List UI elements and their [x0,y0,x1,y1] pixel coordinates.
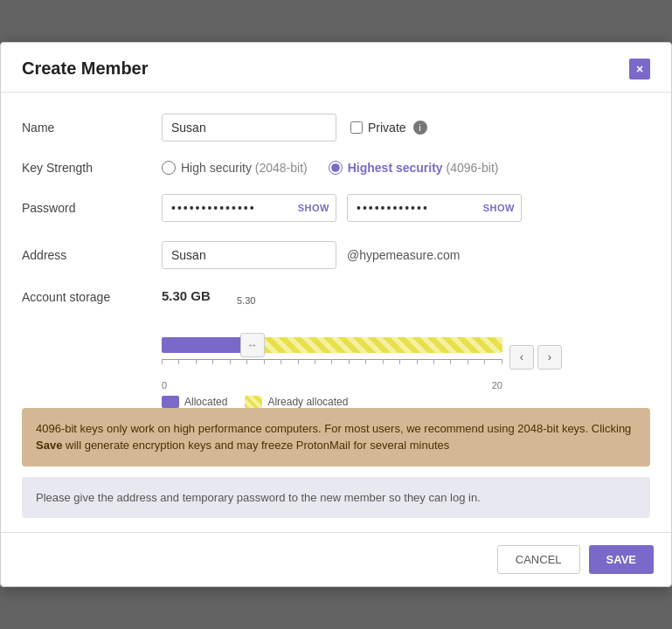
nav-next-button[interactable]: › [537,345,562,370]
radio-high-input[interactable] [162,161,176,175]
tick [365,359,366,364]
radio-high-option[interactable]: High security (2048-bit) [162,161,308,175]
storage-content: 5.30 GB 5.30 ↔ [162,288,562,408]
password-field-2: SHOW [347,194,522,222]
name-input[interactable] [162,114,336,142]
nav-prev-button[interactable]: ‹ [509,345,534,370]
password-controls: SHOW SHOW [162,194,650,222]
legend-swatch-purple [162,396,179,408]
warning-text-1: 4096-bit keys only work on high performa… [36,422,631,435]
storage-row: Account storage 5.30 GB 5.30 ↔ [22,288,650,408]
show-password-1-button[interactable]: SHOW [298,203,329,213]
tick [484,359,485,364]
tick [315,359,315,364]
tick [264,359,265,364]
tick [383,359,384,364]
tick [349,359,350,364]
tick [212,359,213,364]
name-controls: Private i [162,114,650,142]
radio-highest-label: Highest security (4096-bit) [348,161,499,175]
radio-highest-option[interactable]: Highest security (4096-bit) [329,161,499,175]
info-text: Please give the address and temporary pa… [36,491,481,504]
ruler-labels: 0 20 [162,380,502,391]
key-strength-controls: High security (2048-bit) Highest securit… [162,161,650,175]
tick [331,359,332,364]
address-suffix: @hypemeasure.com [347,248,460,262]
tick [468,359,468,364]
modal-footer: CANCEL SAVE [1,532,671,586]
slider-legend: Allocated Already allocated [162,396,502,408]
slider-allocated-bar [162,337,240,353]
slider-wrapper: 5.30 ↔ [162,307,562,408]
storage-value: 5.30 GB [162,288,562,303]
warning-bold: Save [36,439,62,452]
slider-tooltip: 5.30 [233,294,259,307]
ruler-max-label: 20 [492,380,502,391]
modal-overlay: Create Member × Name Private i Key St [0,0,672,629]
tick [178,359,179,364]
key-strength-row: Key Strength High security (2048-bit) Hi… [22,161,650,175]
show-password-2-button[interactable]: SHOW [483,203,515,213]
tooltip-row: 5.30 [162,314,502,333]
address-row: Address @hypemeasure.com [22,241,650,269]
name-label: Name [22,121,162,135]
warning-box: 4096-bit keys only work on high performa… [22,408,650,467]
slider-yellow-bar [265,337,502,353]
cancel-button[interactable]: CANCEL [497,545,580,574]
ruler-min-label: 0 [162,380,167,391]
private-info-icon[interactable]: i [413,121,427,135]
name-row: Name Private i [22,114,650,142]
info-box: Please give the address and temporary pa… [22,477,650,519]
tick [196,359,197,364]
close-button[interactable]: × [629,59,650,79]
tick [433,359,434,364]
key-strength-label: Key Strength [22,161,162,175]
address-controls: @hypemeasure.com [162,241,650,269]
tick [162,359,163,364]
save-button[interactable]: SAVE [589,545,654,574]
modal-title: Create Member [22,59,149,79]
slider-ruler [162,359,502,377]
tick [298,359,299,364]
private-wrapper: Private i [350,121,427,135]
tick [230,359,231,364]
create-member-modal: Create Member × Name Private i Key St [0,42,672,588]
ruler-ticks [162,359,502,364]
password-row: Password SHOW SHOW [22,194,650,222]
nav-buttons: ‹ › [509,345,562,370]
radio-high-label: High security (2048-bit) [181,161,308,175]
password-label: Password [22,201,162,215]
legend-allocated-label: Allocated [184,396,227,408]
legend-swatch-yellow [245,396,262,408]
warning-text-2: will generate encryption keys and may fr… [62,439,449,452]
tick [450,359,451,364]
modal-body: Name Private i Key Strength [1,93,671,533]
storage-label: Account storage [22,290,162,304]
address-label: Address [22,248,162,262]
legend-already-allocated: Already allocated [245,396,348,408]
password-field-1: SHOW [162,194,336,222]
slider-container: 5.30 ↔ [162,314,502,408]
slider-track[interactable]: ↔ [162,333,502,357]
tick [417,359,418,364]
address-input[interactable] [162,241,336,269]
tick [399,359,400,364]
slider-handle[interactable]: ↔ [240,333,265,357]
tick [502,359,502,364]
legend-allocated: Allocated [162,396,227,408]
legend-already-label: Already allocated [267,396,348,408]
private-label: Private [368,121,406,135]
tick [246,359,247,364]
private-checkbox[interactable] [350,121,363,134]
radio-highest-input[interactable] [329,161,343,175]
tick [281,359,281,364]
modal-header: Create Member × [1,43,671,93]
